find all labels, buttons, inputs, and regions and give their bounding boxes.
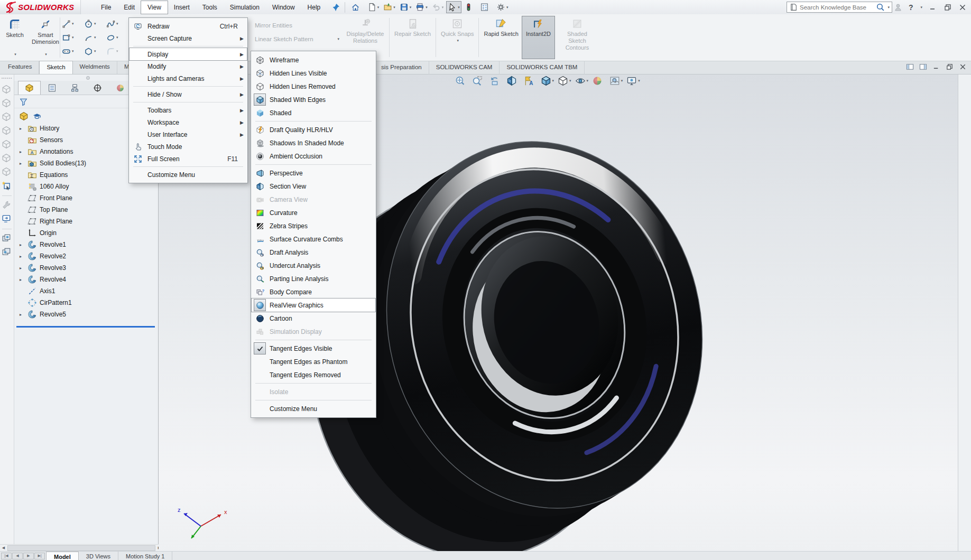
- toolbar-button-sketch-star[interactable]: [2, 181, 12, 191]
- expand-arrow-icon[interactable]: ▸: [20, 150, 27, 154]
- display-menu-item-shaded[interactable]: Shaded: [252, 106, 375, 119]
- toolbar-button-monitor-arrow[interactable]: [2, 214, 12, 225]
- pane-left-icon[interactable]: [906, 63, 914, 71]
- qat-button-traffic[interactable]: ▾: [463, 1, 478, 13]
- display-menu-item-shadows-in-shaded-mode[interactable]: Shadows In Shaded Mode: [252, 136, 375, 150]
- toolbar-button-cube-gray[interactable]: [2, 98, 12, 109]
- display-menu-item-hidden-lines-removed[interactable]: Hidden Lines Removed: [252, 80, 375, 93]
- manager-tab-part-yellow[interactable]: [18, 81, 41, 95]
- sketch-tool-tool-ellipse[interactable]: ▾: [105, 31, 127, 44]
- display-menu-item-surface-curvature-combs[interactable]: Surface Curvature Combs: [252, 232, 375, 246]
- doc-minimize-button[interactable]: [932, 63, 940, 71]
- ribbon-button-instant2d[interactable]: Instant2D ▾: [522, 16, 554, 59]
- view-menu-item-full-screen[interactable]: Full Screen F11 ▶: [130, 153, 247, 165]
- tab-sis-preparation[interactable]: sis Preparation: [374, 61, 429, 74]
- login-icon[interactable]: [894, 3, 902, 12]
- task-pane-tab-tp-palette[interactable]: [960, 124, 969, 133]
- manager-tab-mgr-list[interactable]: [41, 81, 63, 95]
- minimize-button[interactable]: [929, 3, 937, 12]
- qat-button-print[interactable]: ▾: [414, 1, 429, 13]
- toolbar-button-cube-gray[interactable]: [2, 139, 12, 150]
- search-icon[interactable]: [876, 3, 885, 12]
- tree-item-origin[interactable]: ▸ Origin: [14, 227, 158, 239]
- expand-arrow-icon[interactable]: ▸: [20, 126, 27, 131]
- sketch-tool-tool-slot[interactable]: ▾: [60, 44, 82, 58]
- headsup-button-hide-show[interactable]: ▾: [575, 76, 589, 86]
- tree-item-revolve5[interactable]: ▸ Revolve5: [14, 309, 158, 320]
- headsup-button-section-view-h[interactable]: ▾: [506, 76, 520, 86]
- display-menu-item-tangent-edges-removed[interactable]: Tangent Edges Removed: [252, 368, 375, 381]
- restore-button[interactable]: [944, 3, 952, 12]
- view-menu-item-workspace[interactable]: Workspace ▶: [130, 116, 247, 128]
- view-menu-item-screen-capture[interactable]: Screen Capture ▶: [130, 32, 247, 44]
- menu-edit[interactable]: Edit: [117, 1, 141, 14]
- headsup-button-zoom-fit[interactable]: ▾: [455, 76, 468, 86]
- headsup-button-annot-view[interactable]: A ▾: [523, 76, 537, 86]
- display-menu-item-wireframe[interactable]: Wireframe: [252, 53, 375, 67]
- display-menu-item-tangent-edges-as-phantom[interactable]: Tangent Edges as Phantom: [252, 355, 375, 368]
- headsup-button-view-settings[interactable]: ▾: [626, 76, 640, 86]
- menu-simulation[interactable]: Simulation: [224, 1, 266, 14]
- display-menu-item-hidden-lines-visible[interactable]: Hidden Lines Visible: [252, 67, 375, 80]
- tab-nav-button[interactable]: |◀: [1, 553, 12, 559]
- tree-item-cirpattern1[interactable]: ▸ CirPattern1: [14, 297, 158, 309]
- qat-button-undo[interactable]: ▾: [430, 1, 446, 13]
- tree-item-revolve4[interactable]: ▸ Revolve4: [14, 274, 158, 285]
- display-menu-item-perspective[interactable]: Perspective: [252, 166, 375, 180]
- display-menu-item-cartoon[interactable]: Cartoon: [252, 312, 375, 325]
- smart-dimension-button[interactable]: Smart Dimension ▾: [30, 16, 61, 59]
- display-menu-item-ambient-occlusion[interactable]: Ambient Occlusion: [252, 150, 375, 163]
- display-menu-item-simulation-display[interactable]: Simulation Display: [252, 325, 375, 338]
- task-pane-tab-tp-props[interactable]: [960, 153, 969, 163]
- qat-button-home[interactable]: ▾: [349, 1, 365, 13]
- expand-arrow-icon[interactable]: ▸: [20, 161, 27, 166]
- toolbar-button-cube-gray[interactable]: [2, 126, 12, 136]
- display-menu-item-curvature[interactable]: Curvature: [252, 206, 375, 219]
- ribbon-button-linear-sketch-pattern[interactable]: Linear Sketch Pattern▾: [255, 32, 339, 46]
- qat-button-open[interactable]: ▾: [382, 1, 397, 13]
- search-input[interactable]: [800, 4, 874, 11]
- tab-solidworks-cam[interactable]: SOLIDWORKS CAM: [429, 61, 500, 74]
- toolbar-button-cube-gray[interactable]: [2, 85, 12, 95]
- menu-window[interactable]: Window: [266, 1, 301, 14]
- tree-item-right-plane[interactable]: ▸ Right Plane: [14, 216, 158, 227]
- tree-item-revolve3[interactable]: ▸ Revolve3: [14, 262, 158, 274]
- help-button[interactable]: ?: [909, 3, 913, 12]
- tab-nav-button[interactable]: ◀: [12, 553, 23, 559]
- display-menu-item-body-compare[interactable]: ? Body Compare: [252, 285, 375, 298]
- document-tab-model[interactable]: Model: [46, 552, 79, 560]
- display-menu-item-draft-quality-hlr-hlv[interactable]: Draft Quality HLR/HLV: [252, 123, 375, 136]
- tab-nav-button[interactable]: ▶: [23, 553, 34, 559]
- display-menu-item-zebra-stripes[interactable]: Zebra Stripes: [252, 219, 375, 232]
- headsup-button-prev-view[interactable]: ▾: [489, 76, 503, 86]
- task-pane-tab-tp-appearance[interactable]: [960, 138, 969, 148]
- document-tab-3d-views[interactable]: 3D Views: [79, 552, 118, 560]
- task-pane-tab-tp-explorer[interactable]: [960, 109, 969, 118]
- headsup-button-scene[interactable]: ▾: [609, 76, 623, 86]
- help-caret-icon[interactable]: ▾: [920, 5, 922, 10]
- scroll-left-icon[interactable]: ◀: [0, 545, 7, 551]
- tab-features[interactable]: Features: [1, 61, 39, 74]
- expand-arrow-icon[interactable]: ▸: [20, 277, 27, 282]
- display-menu-item-section-view[interactable]: Section View: [252, 180, 375, 193]
- pane-right-icon[interactable]: [919, 63, 927, 71]
- qat-button-new-doc[interactable]: ▾: [366, 1, 381, 13]
- document-tab-motion-study-1[interactable]: Motion Study 1: [118, 552, 172, 560]
- toolbar-button-cube-gray[interactable]: [2, 167, 12, 178]
- headsup-button-zoom-area[interactable]: ▾: [472, 76, 486, 86]
- toolbar-button-wrench-gray[interactable]: [2, 200, 12, 211]
- task-pane-tab-tp-home[interactable]: [960, 79, 969, 89]
- qat-button-gear[interactable]: ▾: [495, 1, 510, 13]
- view-menu-item-hide-show[interactable]: Hide / Show ▶: [130, 88, 247, 100]
- ribbon-button-quick-snaps[interactable]: Quick Snaps ▾: [437, 16, 477, 59]
- tree-item-top-plane[interactable]: ▸ Top Plane: [14, 204, 158, 216]
- qat-button-select-arrow[interactable]: ▾: [446, 1, 461, 13]
- pin-icon[interactable]: [331, 3, 340, 12]
- sketch-button[interactable]: Sketch ▾: [1, 16, 29, 59]
- view-menu-item-lights-and-cameras[interactable]: Lights and Cameras ▶: [130, 72, 247, 85]
- display-menu-item-undercut-analysis[interactable]: Undercut Analysis: [252, 259, 375, 272]
- toolbar-button-layers[interactable]: [2, 234, 12, 244]
- doc-close-button[interactable]: [959, 63, 967, 71]
- menu-insert[interactable]: Insert: [168, 1, 196, 14]
- display-menu-item-realview-graphics[interactable]: RealView Graphics: [252, 298, 375, 312]
